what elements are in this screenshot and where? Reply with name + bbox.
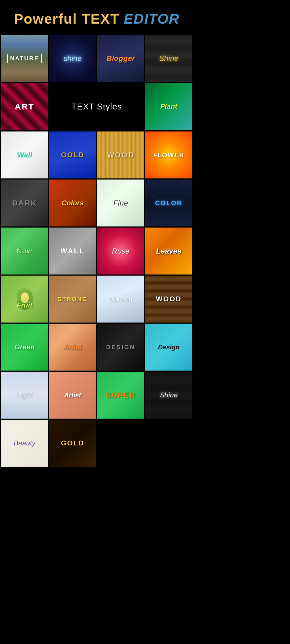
tile-new-label: New (17, 247, 32, 255)
tile-green[interactable]: Green (1, 324, 48, 371)
tile-wood2[interactable]: WOOD (145, 276, 192, 323)
tile-wood2-label: WOOD (156, 295, 182, 303)
tile-artist1[interactable]: Artist (49, 324, 96, 371)
tile-wall1[interactable]: Wall (1, 131, 48, 178)
banner-text: TEXT Styles (71, 102, 122, 112)
tile-plant-label: Plant (160, 102, 177, 111)
tile-rose[interactable]: Rose (97, 228, 144, 275)
tile-gold1-label: GOLD (61, 151, 84, 159)
tile-strong[interactable]: STRONG (49, 276, 96, 323)
tile-light[interactable]: Light (1, 372, 48, 419)
tile-shine3-label: Shine (160, 391, 178, 399)
tile-flower[interactable]: FLOWER (145, 131, 192, 178)
tile-design1[interactable]: DESIGN (97, 324, 144, 371)
tile-design1-label: DESIGN (106, 344, 135, 351)
header: Powerful TEXT EDITOR (0, 0, 193, 35)
tile-colors[interactable]: Colors (49, 180, 96, 226)
tile-leaves[interactable]: Leaves (145, 228, 192, 275)
tile-leaves-label: Leaves (156, 247, 182, 255)
title-text: TEXT (82, 11, 124, 27)
tile-beauty[interactable]: Beauty (1, 420, 48, 467)
tile-wood1[interactable]: WOOD (97, 131, 144, 178)
tile-shine2[interactable]: Shine (145, 35, 192, 82)
tile-gold1[interactable]: GOLD (49, 131, 96, 178)
tile-color-label: COLOR (155, 199, 183, 207)
tile-nature[interactable]: NATURE (1, 35, 48, 82)
tile-nature-label: NATURE (7, 54, 42, 63)
tile-artist2-label: Artist (64, 391, 81, 399)
text-styles-banner: TEXT Styles (49, 83, 144, 130)
tile-rose-label: Rose (112, 247, 129, 255)
tile-dark[interactable]: DARK (1, 180, 48, 226)
tile-blogger-label: Blogger (107, 54, 135, 63)
tile-art[interactable]: ART (1, 83, 48, 130)
tile-green-label: Green (15, 343, 35, 351)
tile-fine[interactable]: Fine (97, 180, 144, 226)
tile-super[interactable]: SUPER (97, 372, 144, 419)
tile-morning[interactable]: Morning (97, 276, 144, 323)
tile-wall2[interactable]: WALL (49, 228, 96, 275)
title-powerful: Powerful (14, 11, 82, 27)
tile-gold2-label: GOLD (61, 439, 84, 447)
tile-color[interactable]: COLOR (145, 180, 192, 226)
page-container: Powerful TEXT EDITOR NATURE shine Blogge… (0, 0, 193, 467)
tile-fine-label: Fine (113, 199, 128, 207)
tile-wood1-label: WOOD (107, 151, 134, 159)
app-title: Powerful TEXT EDITOR (5, 11, 188, 27)
tile-shine3[interactable]: Shine (145, 372, 192, 419)
tile-dark-label: DARK (12, 199, 37, 207)
title-editor: EDITOR (124, 11, 180, 27)
tile-shine1-label: shine (64, 54, 82, 63)
tile-beauty-label: Beauty (14, 439, 35, 447)
tile-gold2[interactable]: GOLD (49, 420, 96, 467)
tile-wall2-label: WALL (61, 247, 85, 255)
tile-morning-label: Morning (109, 295, 132, 303)
tile-super-label: SUPER (106, 391, 136, 400)
tile-strong-label: STRONG (57, 296, 88, 303)
tile-flower-label: FLOWER (153, 151, 184, 159)
tile-shine1[interactable]: shine (49, 35, 96, 82)
tile-new[interactable]: New (1, 228, 48, 275)
tile-light-label: Light (16, 391, 33, 400)
tile-plant[interactable]: Plant (145, 83, 192, 130)
tile-artist1-label: Artist (64, 343, 82, 351)
tile-grid: NATURE shine Blogger Shine ART TEXT Styl… (0, 35, 193, 467)
tile-shine2-label: Shine (159, 54, 179, 63)
tile-art-label: ART (15, 102, 35, 111)
tile-wall1-label: Wall (17, 151, 32, 159)
tile-design2-label: Design (158, 343, 179, 351)
tile-artist2[interactable]: Artist (49, 372, 96, 419)
tile-blogger[interactable]: Blogger (97, 35, 144, 82)
tile-fruit[interactable]: Fruit (1, 276, 48, 323)
tile-design2[interactable]: Design (145, 324, 192, 371)
tile-colors-label: Colors (61, 199, 84, 207)
tile-fruit-label: Fruit (17, 301, 32, 309)
